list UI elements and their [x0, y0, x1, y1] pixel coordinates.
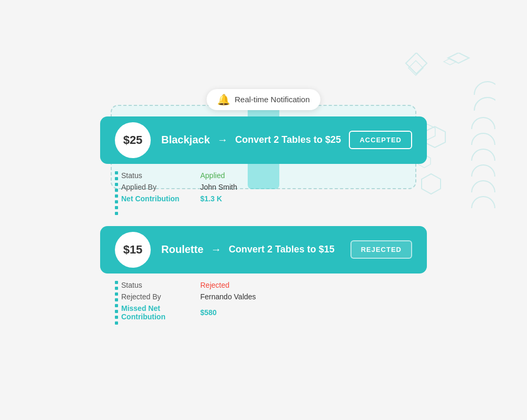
detail-value-missed-contribution: $580 — [200, 308, 217, 317]
dot-9 — [115, 281, 118, 284]
section-gap — [100, 213, 427, 226]
amount-circle-2: $15 — [115, 232, 151, 268]
detail-label-applied-by: Applied By — [121, 183, 200, 191]
page-wrapper: 🔔 Real-time Notification $25 Blackjack →… — [0, 0, 527, 420]
detail-left-bar-2 — [115, 274, 117, 331]
svg-marker-2 — [448, 53, 469, 63]
detail-left-bar-1 — [115, 164, 117, 213]
status-button-rejected[interactable]: REJECTED — [350, 240, 412, 259]
detail-row-1-1: Status Applied — [121, 171, 427, 180]
card-description-1: Convert 2 Tables to $25 — [235, 134, 349, 145]
card-description-2: Convert 2 Tables to $15 — [229, 244, 350, 255]
main-container: 🔔 Real-time Notification $25 Blackjack →… — [100, 89, 427, 331]
dot-8 — [115, 212, 118, 215]
notification-badge: 🔔 Real-time Notification — [207, 89, 320, 110]
dot-6 — [115, 200, 118, 203]
dot-3 — [115, 183, 118, 186]
detail-label-status-2: Status — [121, 281, 200, 289]
status-button-accepted[interactable]: ACCEPTED — [349, 131, 412, 149]
card-blackjack: $25 Blackjack → Convert 2 Tables to $25 … — [100, 116, 427, 164]
dot-15 — [115, 316, 118, 319]
detail-section-1: Status Applied Applied By John Smith Net… — [100, 164, 427, 213]
detail-label-missed-contribution: Missed Net Contribution — [121, 304, 200, 321]
detail-value-status-1: Applied — [200, 171, 225, 180]
detail-value-net-contribution: $1.3 K — [200, 194, 222, 203]
svg-marker-0 — [406, 53, 427, 74]
dot-4 — [115, 189, 118, 192]
dot-14 — [115, 310, 118, 313]
game-name-2: Roulette — [161, 243, 203, 256]
detail-row-2-3: Missed Net Contribution $580 — [121, 304, 427, 321]
detail-row-1-2: Applied By John Smith — [121, 183, 427, 191]
notification-text: Real-time Notification — [235, 95, 310, 104]
amount-circle-1: $25 — [115, 122, 151, 158]
amount-1: $25 — [123, 133, 143, 147]
detail-label-status-1: Status — [121, 171, 200, 180]
bell-icon: 🔔 — [217, 93, 230, 106]
dot-1 — [115, 171, 118, 174]
dot-12 — [115, 298, 118, 301]
detail-value-rejected-by: Fernando Valdes — [200, 292, 256, 301]
card-roulette: $15 Roulette → Convert 2 Tables to $15 R… — [100, 226, 427, 274]
dot-10 — [115, 287, 118, 290]
detail-value-status-2: Rejected — [200, 281, 229, 289]
dot-16 — [115, 321, 118, 325]
dot-7 — [115, 206, 118, 209]
detail-row-2-1: Status Rejected — [121, 281, 427, 289]
arrow-icon-1: → — [217, 134, 228, 146]
dot-11 — [115, 292, 118, 296]
dot-5 — [115, 194, 118, 198]
detail-row-2-2: Rejected By Fernando Valdes — [121, 292, 427, 301]
dot-13 — [115, 304, 118, 307]
detail-label-net-contribution: Net Contribution — [121, 194, 200, 203]
arrow-icon-2: → — [211, 243, 221, 256]
detail-value-applied-by: John Smith — [200, 183, 237, 191]
detail-row-1-3: Net Contribution $1.3 K — [121, 194, 427, 203]
dot-2 — [115, 177, 118, 180]
detail-label-rejected-by: Rejected By — [121, 292, 200, 301]
amount-2: $15 — [123, 243, 143, 257]
detail-section-2: Status Rejected Rejected By Fernando Val… — [100, 274, 427, 331]
game-name-1: Blackjack — [161, 134, 210, 146]
